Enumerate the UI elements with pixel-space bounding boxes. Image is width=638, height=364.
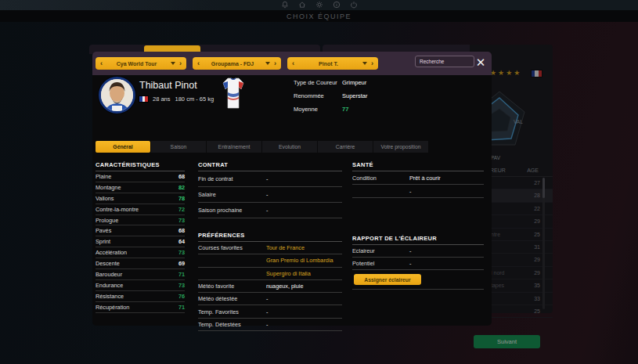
characteristic-value: 73 — [178, 217, 185, 224]
row-value: nuageux, pluie — [266, 283, 303, 290]
preference-row: Temp. Détestées- — [198, 319, 342, 331]
characteristic-label: Descente — [96, 260, 120, 267]
characteristic-row: Baroudeur71 — [96, 269, 185, 280]
characteristic-row: Contre-la-montre72 — [96, 204, 185, 215]
assign-scout-button[interactable]: Assigner éclaireur — [354, 274, 421, 285]
health-row: - — [352, 185, 484, 198]
row-value: - — [266, 321, 268, 328]
contract-row: Fin de contrat- — [198, 171, 342, 187]
divider — [352, 289, 484, 290]
characteristic-row: Plaine68 — [96, 171, 185, 182]
section-title: SANTÉ — [352, 161, 484, 171]
preference-row: Gran Premio di Lombardia — [198, 254, 342, 267]
characteristic-value: 69 — [178, 260, 185, 267]
row-label: Météo favorite — [198, 283, 266, 290]
preference-row: Courses favoritesTour de France — [198, 242, 342, 254]
row-value: Tour de France — [266, 244, 305, 251]
close-icon[interactable]: ✕ — [474, 54, 488, 71]
row-value: - — [409, 260, 411, 267]
tab-evolution[interactable]: Evolution — [262, 141, 317, 153]
france-flag — [139, 96, 148, 102]
characteristic-label: Accélération — [96, 249, 127, 256]
chevron-right-icon[interactable]: › — [274, 57, 276, 70]
dropdown-label: Cya World Tour — [103, 61, 171, 67]
info-value: Grimpeur — [342, 79, 366, 92]
row-value: - — [266, 191, 268, 198]
section-rapport-eclaireur: RAPPORT DE L'ÉCLAIREUR Eclaireur-Potenti… — [352, 235, 484, 290]
chevron-down-icon[interactable] — [265, 62, 270, 65]
characteristic-label: Résistance — [96, 293, 124, 300]
modal-header: ‹Cya World Tour›‹Groupama - FDJ›‹Pinot T… — [92, 52, 492, 75]
rider-age: 28 ans — [153, 96, 171, 103]
characteristic-value: 71 — [178, 271, 185, 278]
characteristic-label: Baroudeur — [96, 271, 122, 278]
characteristic-value: 82 — [178, 184, 185, 191]
section-title: RAPPORT DE L'ÉCLAIREUR — [352, 235, 484, 245]
characteristic-value: 71 — [178, 304, 185, 311]
info-value: 77 — [342, 106, 348, 119]
row-label: Eclaireur — [352, 247, 409, 254]
team-navigation-dropdown[interactable]: ‹Groupama - FDJ› — [193, 57, 281, 70]
row-value: - — [266, 175, 268, 182]
row-value: - — [266, 207, 268, 214]
row-label: Fin de contrat — [198, 175, 266, 182]
characteristic-row: Prologue73 — [96, 215, 185, 226]
dropdown-label: Pinot T. — [294, 61, 362, 67]
preference-row: Temp. Favorites- — [198, 305, 342, 318]
characteristic-value: 76 — [178, 293, 185, 300]
row-value: - — [409, 247, 411, 254]
rider-name: Thibaut Pinot — [139, 80, 197, 91]
row-label: Météo détestée — [198, 295, 266, 302]
characteristic-row: Pavés68 — [96, 225, 185, 236]
characteristic-row: Vallons78 — [96, 193, 185, 204]
chevron-down-icon[interactable] — [362, 62, 367, 65]
rider-info-row: Moyenne77 — [294, 106, 368, 119]
section-contrat: CONTRAT Fin de contrat-Salaire-Saison pr… — [198, 161, 342, 218]
search-input[interactable] — [415, 56, 474, 67]
team-jersey — [222, 77, 245, 110]
row-label: Potentiel — [352, 260, 409, 267]
rider-avatar — [99, 77, 135, 114]
navigation-dropdowns: ‹Cya World Tour›‹Groupama - FDJ›‹Pinot T… — [96, 57, 378, 70]
preference-row: Météo favoritenuageux, pluie — [198, 280, 342, 293]
team-navigation-dropdown[interactable]: ‹Pinot T.› — [287, 57, 378, 70]
tab-carrière[interactable]: Carrière — [318, 141, 373, 153]
team-navigation-dropdown[interactable]: ‹Cya World Tour› — [96, 57, 186, 70]
row-value: - — [409, 188, 411, 195]
rider-info-row: RenomméeSuperstar — [294, 92, 368, 106]
rider-profile-modal: ‹Cya World Tour›‹Groupama - FDJ›‹Pinot T… — [92, 52, 492, 326]
modal-body: Thibaut Pinot 28 ans 180 cm - 65 kg Type… — [92, 75, 492, 326]
row-value: Gran Premio di Lombardia — [266, 257, 333, 264]
chevron-right-icon[interactable]: › — [371, 57, 373, 70]
tab-général[interactable]: Général — [96, 141, 150, 153]
section-caracteristiques: CARACTÉRISTIQUES Plaine68Montagne82Vallo… — [96, 161, 185, 313]
contract-row: Salaire- — [198, 187, 342, 203]
info-label: Type de Coureur — [294, 79, 342, 92]
row-label: Temp. Favorites — [198, 308, 266, 315]
dropdown-label: Groupama - FDJ — [200, 61, 265, 67]
section-preferences: PRÉFÉRENCES Courses favoritesTour de Fra… — [198, 232, 342, 331]
characteristic-value: 73 — [178, 282, 185, 289]
tab-saison[interactable]: Saison — [151, 141, 206, 153]
characteristic-label: Pavés — [96, 227, 111, 234]
section-sante: SANTÉ ConditionPrêt à courir- — [352, 161, 484, 198]
rider-physical: 28 ans 180 cm - 65 kg — [139, 96, 214, 103]
characteristic-value: 68 — [178, 227, 185, 234]
row-value: Supergiro di Italia — [266, 270, 311, 277]
chevron-right-icon[interactable]: › — [179, 57, 182, 70]
info-value: Superstar — [342, 92, 368, 106]
section-title: PRÉFÉRENCES — [198, 232, 342, 242]
tab-entraînement[interactable]: Entraînement — [207, 141, 261, 153]
preference-row: Météo détestée- — [198, 293, 342, 305]
characteristic-row: Accélération73 — [96, 247, 185, 258]
characteristic-value: 72 — [178, 206, 185, 213]
chevron-down-icon[interactable] — [171, 62, 175, 65]
rider-body: 180 cm - 65 kg — [175, 96, 214, 103]
characteristic-label: Contre-la-montre — [96, 206, 139, 213]
section-title: CONTRAT — [198, 161, 342, 171]
characteristic-label: Récupération — [96, 304, 129, 311]
characteristic-value: 78 — [178, 195, 185, 202]
tab-votre-proposition[interactable]: Votre proposition — [373, 141, 428, 153]
row-label: Courses favorites — [198, 244, 266, 251]
characteristic-value: 68 — [178, 173, 185, 180]
